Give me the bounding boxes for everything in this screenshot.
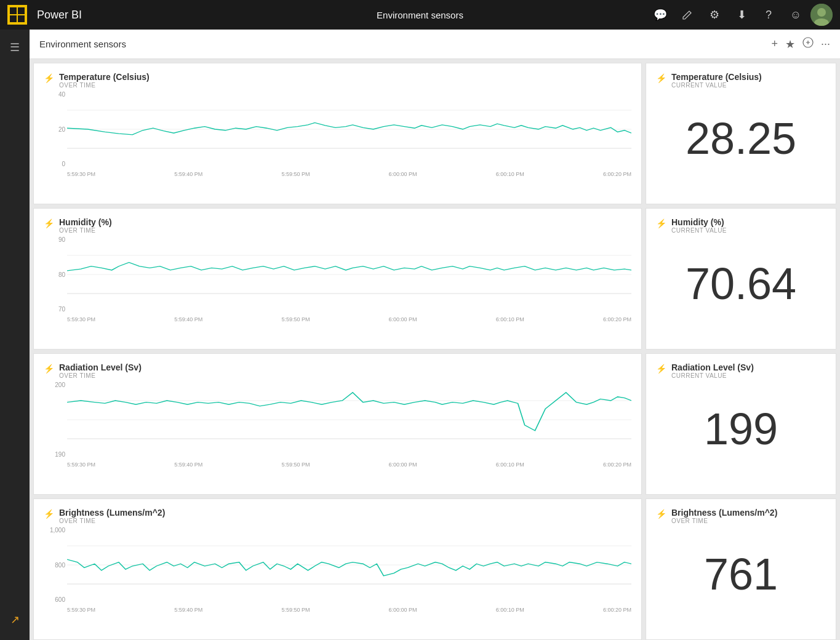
rad-x-labels: 5:59:30 PM 5:59:40 PM 5:59:50 PM 6:00:00… [67, 459, 631, 470]
temp-chart-title: Temperature (Celsius) [59, 72, 150, 82]
temp-value-icon: ⚡ [656, 73, 666, 83]
temp-line-chart [67, 91, 631, 167]
rad-line-chart [67, 382, 631, 458]
external-link-icon[interactable]: ↗ [4, 607, 26, 633]
sub-header: Environment sensors + ★ ··· [30, 30, 840, 59]
humidity-chart-card: ⚡ Humidity (%) OVER TIME 90 80 70 [33, 208, 642, 350]
bright-line-chart [67, 527, 631, 603]
temp-chart-area: 40 20 0 5:59:30 PM 5:59:40 PM 5:59:50 PM… [44, 91, 631, 180]
brand-name: Power BI [37, 9, 643, 22]
hamburger-menu-icon[interactable]: ☰ [4, 34, 26, 60]
nav-icons: 💬 ⚙ ⬇ ? ☺ [648, 2, 833, 27]
humid-y-labels: 90 80 70 [44, 236, 65, 313]
rad-value-title: Radiation Level (Sv) [671, 362, 754, 372]
temperature-value: 28.25 [656, 91, 826, 186]
app-launcher-button[interactable] [7, 5, 27, 25]
temp-x-labels: 5:59:30 PM 5:59:40 PM 5:59:50 PM 6:00:00… [67, 169, 631, 180]
bright-value-icon: ⚡ [656, 509, 666, 519]
brightness-value: 761 [656, 527, 826, 622]
rad-value-subtitle: CURRENT VALUE [671, 372, 754, 379]
feedback-icon[interactable]: ☺ [783, 2, 808, 27]
temperature-value-card: ⚡ Temperature (Celsius) CURRENT VALUE 28… [646, 63, 836, 204]
help-icon[interactable]: ? [756, 2, 781, 27]
radiation-chart-card: ⚡ Radiation Level (Sv) OVER TIME 200 190 [33, 353, 642, 495]
humid-line-chart [67, 236, 631, 313]
brightness-chart-card: ⚡ Brightness (Lumens/m^2) OVER TIME 1,00… [33, 498, 642, 640]
humid-value-icon: ⚡ [656, 218, 666, 228]
temp-y-labels: 40 20 0 [44, 91, 65, 167]
dashboard-grid: ⚡ Temperature (Celsius) OVER TIME 40 20 … [30, 59, 840, 640]
humid-chart-title: Humidity (%) [59, 217, 112, 227]
add-button[interactable]: + [771, 38, 778, 50]
rad-chart-subtitle: OVER TIME [59, 372, 142, 379]
svg-point-1 [817, 8, 826, 17]
top-page-title: Environment sensors [377, 10, 463, 20]
humid-chart-subtitle: OVER TIME [59, 227, 112, 234]
humidity-value-card: ⚡ Humidity (%) CURRENT VALUE 70.64 [646, 208, 836, 350]
bright-x-labels: 5:59:30 PM 5:59:40 PM 5:59:50 PM 6:00:00… [67, 604, 631, 615]
sub-header-actions: + ★ ··· [771, 37, 830, 51]
bright-y-labels: 1,000 800 600 [44, 527, 65, 603]
more-options-button[interactable]: ··· [821, 38, 830, 50]
humid-chart-icon: ⚡ [44, 218, 54, 228]
sidebar-bottom: ↗ [4, 607, 26, 633]
temperature-chart-card: ⚡ Temperature (Celsius) OVER TIME 40 20 … [33, 63, 642, 204]
rad-value-icon: ⚡ [656, 364, 666, 374]
bright-chart-subtitle: OVER TIME [59, 518, 165, 524]
rad-chart-title: Radiation Level (Sv) [59, 362, 142, 372]
bright-value-title: Brightness (Lumens/m^2) [671, 508, 777, 518]
chat-icon[interactable]: 💬 [648, 2, 673, 27]
humid-value-subtitle: CURRENT VALUE [671, 227, 727, 234]
rad-y-labels: 200 190 [44, 382, 65, 458]
favorite-button[interactable]: ★ [785, 38, 795, 51]
bright-chart-icon: ⚡ [44, 509, 54, 519]
brightness-value-card: ⚡ Brightness (Lumens/m^2) OVER TIME 761 [646, 498, 836, 640]
humid-value-title: Humidity (%) [671, 217, 727, 227]
temp-value-subtitle: CURRENT VALUE [671, 82, 762, 89]
radiation-value-card: ⚡ Radiation Level (Sv) CURRENT VALUE 199 [646, 353, 836, 495]
settings-icon[interactable]: ⚙ [702, 2, 727, 27]
rad-chart-area: 200 190 5:59:30 PM 5:59:40 PM 5:59:50 PM… [44, 382, 631, 470]
rad-chart-svg-container [67, 382, 631, 458]
temp-chart-subtitle: OVER TIME [59, 82, 150, 89]
bright-chart-area: 1,000 800 600 5:59:30 PM 5:59:40 PM 5:59… [44, 527, 631, 615]
temp-chart-icon: ⚡ [44, 73, 54, 83]
radiation-value: 199 [656, 382, 826, 476]
left-sidebar: ☰ ↗ [0, 30, 30, 640]
humid-chart-area: 90 80 70 5:59:30 PM 5:59:40 PM 5:59:50 P… [44, 236, 631, 325]
bright-chart-svg-container [67, 527, 631, 603]
share-button[interactable] [802, 37, 814, 51]
bright-chart-title: Brightness (Lumens/m^2) [59, 508, 165, 518]
top-navigation: Power BI Environment sensors 💬 ⚙ ⬇ ? ☺ [0, 0, 840, 30]
humidity-value: 70.64 [656, 236, 826, 331]
user-avatar[interactable] [810, 4, 833, 26]
temp-value-title: Temperature (Celsius) [671, 72, 762, 82]
download-icon[interactable]: ⬇ [729, 2, 754, 27]
humid-x-labels: 5:59:30 PM 5:59:40 PM 5:59:50 PM 6:00:00… [67, 314, 631, 325]
humid-chart-svg-container [67, 236, 631, 313]
temp-chart-svg-container [67, 91, 631, 167]
edit-icon[interactable] [675, 2, 700, 27]
rad-chart-icon: ⚡ [44, 364, 54, 374]
bright-value-subtitle: OVER TIME [671, 518, 777, 524]
sub-header-title: Environment sensors [39, 39, 771, 49]
